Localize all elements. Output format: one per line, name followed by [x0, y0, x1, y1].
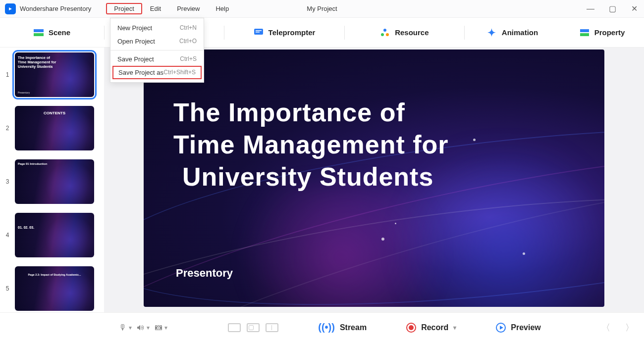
menu-label: Save Project as [118, 69, 163, 76]
menu-label: Open Project [117, 38, 155, 45]
tab-property[interactable]: Property [560, 28, 644, 38]
record-button[interactable]: Record ▾ [406, 323, 456, 333]
svg-point-5 [383, 29, 386, 32]
camera-off-icon: 📷︎ [155, 323, 162, 332]
menu-shortcut: Ctrl+S [180, 55, 197, 63]
thumb-title: The Importance of Time Management for Un… [18, 55, 91, 69]
thumb-number: 2 [4, 125, 11, 132]
button-label: Record [421, 323, 448, 332]
mic-button[interactable]: 🎙︎▾ [119, 323, 132, 332]
button-label: Stream [340, 323, 367, 332]
thumb-number: 1 [4, 71, 11, 78]
slide-thumbnails[interactable]: 1 The Importance of Time Management for … [0, 48, 104, 312]
chevron-down-icon: ▾ [164, 324, 167, 331]
slide-title: The Importance of Time Management for Un… [173, 97, 448, 193]
stream-button[interactable]: ((•)) Stream [318, 322, 367, 333]
slide-thumb-1[interactable]: The Importance of Time Management for Un… [15, 52, 94, 97]
menu-separator [110, 50, 204, 50]
slide-thumb-2[interactable]: CONTENTS [15, 106, 94, 150]
window-controls: — ▢ ✕ [586, 4, 639, 14]
decor [395, 223, 396, 224]
thumb-row: 3 Page 01 Introduction [4, 159, 100, 204]
mic-off-icon: 🎙︎ [119, 323, 127, 332]
slide-brand: Presentory [176, 267, 233, 280]
speaker-icon: 🔊︎ [137, 323, 145, 332]
menu-shortcut: Ctrl+O [179, 38, 197, 45]
slide-title-line: The Importance of [173, 97, 448, 129]
menu-new-project[interactable]: New Project Ctrl+N [110, 21, 204, 35]
svg-point-7 [386, 33, 389, 36]
teleprompter-icon [254, 28, 264, 38]
close-icon[interactable]: ✕ [629, 4, 639, 14]
canvas-area: The Importance of Time Management for Un… [104, 48, 644, 312]
stream-icon: ((•)) [318, 322, 335, 333]
audio-controls: 🎙︎▾ 🔊︎▾ 📷︎▾ [119, 323, 167, 332]
layout-option-2[interactable] [247, 323, 260, 332]
tab-label: Animation [502, 28, 538, 37]
slide-title-line: Time Management for [173, 129, 448, 161]
tab-animation[interactable]: ✦ Animation [465, 28, 560, 38]
thumb-row: 5 Page 2.3: Impact of Studying Academic.… [4, 266, 100, 311]
slide-thumb-4[interactable]: 01. 02. 03. [15, 213, 94, 257]
next-slide-button[interactable]: 〉 [625, 322, 634, 334]
thumb-number: 5 [4, 285, 11, 292]
tab-label: Scene [49, 28, 70, 37]
svg-point-6 [381, 33, 384, 36]
toolbar: Scene Aa Text Teleprompter Resource ✦ An… [0, 18, 644, 48]
svg-rect-0 [34, 29, 44, 32]
thumb-row: 2 CONTENTS [4, 106, 100, 150]
tab-teleprompter[interactable]: Teleprompter [224, 28, 344, 38]
layout-switcher [228, 323, 278, 332]
slide-thumb-3[interactable]: Page 01 Introduction [15, 159, 94, 204]
menubar: Project Edit Preview Help [106, 3, 237, 14]
speaker-button[interactable]: 🔊︎▾ [137, 323, 150, 332]
minimize-icon[interactable]: — [586, 4, 595, 14]
thumb-number: 3 [4, 178, 11, 185]
prev-slide-button[interactable]: 〈 [601, 322, 610, 334]
chevron-down-icon[interactable]: ▾ [453, 324, 456, 331]
thumb-row: 4 01. 02. 03. [4, 213, 100, 257]
thumb-title: Page 2.3: Impact of Studying Academic... [18, 273, 91, 277]
project-dropdown: New Project Ctrl+N Open Project Ctrl+O S… [110, 18, 204, 83]
tab-label: Property [594, 28, 625, 37]
tab-scene[interactable]: Scene [0, 28, 104, 38]
menu-open-project[interactable]: Open Project Ctrl+O [110, 35, 204, 48]
layout-option-3[interactable] [266, 323, 278, 332]
title-bar: Wondershare Presentory Project Edit Prev… [0, 0, 644, 18]
thumb-title: Page 01 Introduction [18, 162, 91, 166]
menu-edit[interactable]: Edit [142, 3, 169, 14]
svg-rect-1 [34, 33, 44, 36]
thumb-sub: Presentory [18, 91, 30, 94]
menu-preview[interactable]: Preview [169, 3, 208, 14]
tab-label: Resource [395, 28, 429, 37]
svg-rect-3 [256, 30, 262, 31]
decor [523, 252, 525, 255]
bottom-center: ((•)) Stream Record ▾ Preview [177, 322, 591, 333]
decor [381, 238, 384, 241]
project-title: My Project [307, 5, 337, 12]
menu-save-project-as[interactable]: Save Project as Ctrl+Shift+S [112, 66, 202, 79]
thumb-row: 1 The Importance of Time Management for … [4, 52, 100, 97]
thumb-number: 4 [4, 232, 11, 239]
bottom-bar: 🎙︎▾ 🔊︎▾ 📷︎▾ ((•)) Stream Record ▾ Previe… [0, 312, 644, 342]
app-title: Wondershare Presentory [20, 5, 91, 12]
layout-option-1[interactable] [228, 323, 241, 332]
menu-help[interactable]: Help [208, 3, 237, 14]
thumb-title: 01. 02. 03. [18, 226, 91, 230]
camera-button[interactable]: 📷︎▾ [155, 323, 167, 332]
slide-thumb-5[interactable]: Page 2.3: Impact of Studying Academic... [15, 266, 94, 311]
menu-shortcut: Ctrl+Shift+S [163, 69, 196, 76]
resource-icon [380, 28, 390, 38]
preview-button[interactable]: Preview [496, 323, 540, 333]
property-icon [580, 28, 590, 38]
menu-project[interactable]: Project [106, 3, 142, 14]
maximize-icon[interactable]: ▢ [607, 4, 617, 14]
decor [473, 139, 476, 141]
tab-resource[interactable]: Resource [345, 28, 464, 38]
button-label: Preview [511, 323, 540, 332]
svg-rect-4 [256, 32, 260, 33]
menu-save-project[interactable]: Save Project Ctrl+S [110, 52, 204, 66]
svg-rect-9 [580, 33, 589, 36]
tab-label: Teleprompter [268, 28, 316, 37]
slide-canvas[interactable]: The Importance of Time Management for Un… [144, 49, 604, 307]
